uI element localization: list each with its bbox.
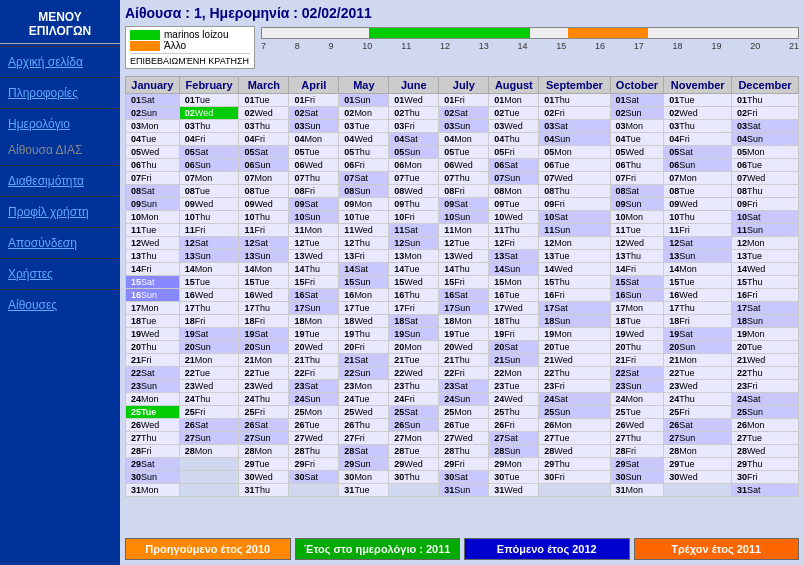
table-row[interactable]: 27Wed — [439, 432, 489, 445]
table-row[interactable]: 23Sun — [610, 380, 664, 393]
table-row[interactable]: 14Wed — [731, 263, 798, 276]
table-row[interactable]: 08Sat — [126, 185, 180, 198]
table-row[interactable]: 31Mon — [610, 484, 664, 497]
table-row[interactable]: 11Mon — [439, 224, 489, 237]
table-row[interactable]: 02Wed — [664, 107, 732, 120]
table-row[interactable]: 16Fri — [539, 289, 610, 302]
table-row[interactable]: 28Wed — [731, 445, 798, 458]
table-row[interactable]: 15Mon — [489, 276, 539, 289]
table-row[interactable]: 13Thu — [126, 250, 180, 263]
table-row[interactable]: 01Tue — [664, 94, 732, 107]
table-row[interactable]: 04Mon — [289, 133, 339, 146]
table-row[interactable]: 18Fri — [239, 315, 289, 328]
table-row[interactable]: 13Wed — [289, 250, 339, 263]
table-row[interactable]: 10Sun — [289, 211, 339, 224]
table-row[interactable]: 29Wed — [389, 458, 439, 471]
table-row[interactable]: 19Mon — [539, 328, 610, 341]
table-row[interactable]: 29Sun — [339, 458, 389, 471]
table-row[interactable]: 15Sun — [339, 276, 389, 289]
table-row[interactable]: 04Fri — [664, 133, 732, 146]
table-row[interactable]: 28Tue — [389, 445, 439, 458]
table-row[interactable]: 05Wed — [126, 146, 180, 159]
table-row[interactable]: 21Fri — [126, 354, 180, 367]
table-row[interactable]: 09Sun — [126, 198, 180, 211]
table-row[interactable]: 18Tue — [610, 315, 664, 328]
table-row[interactable]: 28Sat — [339, 445, 389, 458]
table-row[interactable]: 13Sun — [664, 250, 732, 263]
table-row[interactable]: 12Tue — [439, 237, 489, 250]
table-row[interactable]: 18Mon — [439, 315, 489, 328]
table-row[interactable]: 17Sun — [289, 302, 339, 315]
table-row[interactable]: 19Tue — [289, 328, 339, 341]
sidebar-item-profile[interactable]: Προφίλ χρήστη — [0, 199, 120, 225]
table-row[interactable]: 08Sat — [610, 185, 664, 198]
table-row[interactable]: 07Thu — [439, 172, 489, 185]
table-row[interactable]: 17Thu — [239, 302, 289, 315]
table-row[interactable]: 10Thu — [239, 211, 289, 224]
table-row[interactable]: 02Wed — [179, 107, 239, 120]
table-row[interactable]: 12Sat — [179, 237, 239, 250]
table-row[interactable]: 23Tue — [489, 380, 539, 393]
table-row[interactable]: 26Sat — [179, 419, 239, 432]
table-row[interactable]: 15Thu — [731, 276, 798, 289]
table-row[interactable]: 27Mon — [389, 432, 439, 445]
table-row[interactable]: 25Tue — [610, 406, 664, 419]
table-row[interactable]: 11Tue — [610, 224, 664, 237]
table-row[interactable]: 20Mon — [389, 341, 439, 354]
table-row[interactable]: 05Thu — [339, 146, 389, 159]
table-row[interactable]: 16Fri — [731, 289, 798, 302]
table-row[interactable]: 29Fri — [439, 458, 489, 471]
table-row[interactable]: 20Wed — [439, 341, 489, 354]
table-row[interactable]: 12Fri — [489, 237, 539, 250]
table-row[interactable]: 06Tue — [731, 159, 798, 172]
table-row[interactable]: 30Sat — [439, 471, 489, 484]
table-row[interactable]: 19Sat — [664, 328, 732, 341]
table-row[interactable]: 04Fri — [179, 133, 239, 146]
table-row[interactable]: 01Sat — [126, 94, 180, 107]
table-row[interactable]: 14Thu — [289, 263, 339, 276]
table-row[interactable]: 13Sat — [489, 250, 539, 263]
table-row[interactable]: 21Sun — [489, 354, 539, 367]
table-row[interactable]: 13Tue — [731, 250, 798, 263]
table-row[interactable]: 09Wed — [239, 198, 289, 211]
table-row[interactable]: 15Thu — [539, 276, 610, 289]
table-row[interactable]: 05Sun — [389, 146, 439, 159]
table-row[interactable]: 19Fri — [489, 328, 539, 341]
table-row[interactable]: 25Mon — [289, 406, 339, 419]
table-row[interactable]: 22Tue — [239, 367, 289, 380]
table-row[interactable]: 20Thu — [610, 341, 664, 354]
table-row[interactable]: 16Wed — [239, 289, 289, 302]
table-row[interactable]: 16Wed — [664, 289, 732, 302]
table-row[interactable]: 03Mon — [610, 120, 664, 133]
table-row[interactable]: 29Mon — [489, 458, 539, 471]
table-row[interactable]: 16Wed — [179, 289, 239, 302]
table-row[interactable]: 03Sun — [289, 120, 339, 133]
table-row[interactable]: 14Mon — [179, 263, 239, 276]
table-row[interactable]: 28Wed — [539, 445, 610, 458]
table-row[interactable]: 11Thu — [489, 224, 539, 237]
table-row[interactable]: 07Mon — [239, 172, 289, 185]
table-row[interactable]: 29Thu — [731, 458, 798, 471]
table-row[interactable]: 22Mon — [489, 367, 539, 380]
table-row[interactable]: 05Sat — [239, 146, 289, 159]
table-row[interactable]: 12Mon — [539, 237, 610, 250]
table-row[interactable]: 17Sun — [439, 302, 489, 315]
table-row[interactable]: 29Fri — [289, 458, 339, 471]
table-row[interactable]: 20Tue — [731, 341, 798, 354]
table-row[interactable]: 27Sun — [179, 432, 239, 445]
table-row[interactable]: 30Fri — [539, 471, 610, 484]
table-row[interactable]: 09Mon — [339, 198, 389, 211]
table-row[interactable]: 04Sat — [389, 133, 439, 146]
table-row[interactable]: 12Mon — [731, 237, 798, 250]
table-row[interactable]: 27Thu — [126, 432, 180, 445]
table-row[interactable]: 12Wed — [610, 237, 664, 250]
table-row[interactable]: 18Thu — [489, 315, 539, 328]
table-row[interactable]: 12Sun — [389, 237, 439, 250]
table-row[interactable]: 08Fri — [289, 185, 339, 198]
table-row[interactable]: 01Sun — [339, 94, 389, 107]
table-row[interactable]: 25Fri — [239, 406, 289, 419]
table-row[interactable]: 18Fri — [664, 315, 732, 328]
table-row[interactable]: 19Mon — [731, 328, 798, 341]
table-row[interactable]: 06Fri — [339, 159, 389, 172]
table-row[interactable]: 27Sun — [664, 432, 732, 445]
